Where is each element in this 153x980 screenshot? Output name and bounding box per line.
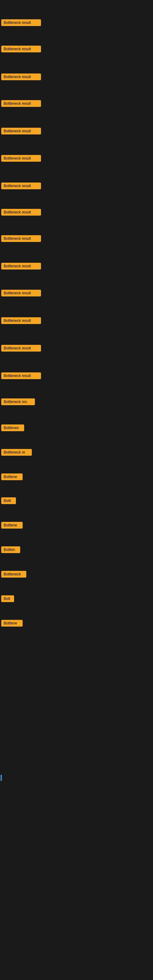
- list-item: Bottlen: [0, 544, 21, 556]
- bottleneck-badge[interactable]: Bottleneck result: [1, 46, 41, 52]
- list-item: Bottlenec: [0, 423, 26, 434]
- list-item: Bottleneck result: [0, 181, 42, 192]
- list-item: Bottlene: [0, 472, 24, 483]
- list-item: Bottleneck result: [0, 18, 42, 29]
- bottleneck-badge[interactable]: Bottl: [1, 497, 16, 504]
- bottleneck-badge[interactable]: Bottleneck result: [1, 317, 41, 324]
- list-item: Bottleneck result: [0, 343, 42, 355]
- list-item: Bottleneck result: [0, 153, 42, 165]
- list-item: Bottleneck result: [0, 261, 42, 272]
- bottleneck-badge[interactable]: Bottleneck result: [1, 100, 41, 107]
- list-item: Bott: [0, 593, 15, 605]
- bottleneck-badge[interactable]: Bottlene: [1, 620, 22, 627]
- list-item: Bottleneck res: [0, 396, 36, 408]
- bottleneck-badge[interactable]: Bott: [1, 595, 14, 602]
- bottleneck-badge[interactable]: Bottleneck result: [1, 290, 41, 296]
- bottleneck-badge[interactable]: Bottleneck result: [1, 209, 41, 216]
- blue-bar: [1, 775, 2, 781]
- bottleneck-badge[interactable]: Bottleneck result: [1, 345, 41, 352]
- list-item: Bottleneck result: [0, 371, 42, 382]
- bottleneck-badge[interactable]: Bottleneck result: [1, 372, 41, 379]
- list-item: Bottleneck result: [0, 207, 42, 219]
- bottleneck-badge[interactable]: Bottlene: [1, 474, 22, 480]
- bottleneck-badge[interactable]: Bottleneck res: [1, 398, 35, 405]
- list-item: Bottleneck: [0, 569, 27, 581]
- list-item: Bottlene: [0, 618, 24, 630]
- list-item: Bottleneck result: [0, 98, 42, 110]
- bottleneck-badge[interactable]: Bottleneck result: [1, 19, 41, 26]
- bottleneck-badge[interactable]: Bottleneck result: [1, 128, 41, 134]
- bottleneck-badge[interactable]: Bottleneck result: [1, 263, 41, 269]
- page-wrapper: Bottleneck resultBottleneck resultBottle…: [0, 0, 153, 980]
- bottleneck-badge[interactable]: Bottleneck result: [1, 73, 41, 80]
- bottleneck-badge[interactable]: Bottleneck result: [1, 183, 41, 189]
- bottleneck-badge[interactable]: Bottleneck result: [1, 155, 41, 162]
- bottleneck-badge[interactable]: Bottlen: [1, 546, 20, 553]
- bottleneck-badge[interactable]: Bottlenec: [1, 425, 24, 431]
- list-item: Bottleneck result: [0, 44, 42, 56]
- list-item: Bottleneck result: [0, 72, 42, 83]
- site-title: [0, 0, 153, 4]
- list-item: Bottleneck result: [0, 315, 42, 327]
- list-item: Bottleneck result: [0, 126, 42, 137]
- list-item: Bottl: [0, 495, 17, 507]
- list-item: Bottleneck result: [0, 233, 42, 245]
- bottleneck-badge[interactable]: Bottleneck re: [1, 449, 32, 456]
- bottleneck-badge[interactable]: Bottleneck: [1, 571, 26, 578]
- bottleneck-badge[interactable]: Bottleneck result: [1, 235, 41, 242]
- list-item: Bottleneck result: [0, 288, 42, 299]
- list-item: Bottleneck re: [0, 447, 33, 459]
- bottleneck-badge[interactable]: Bottlene: [1, 522, 22, 528]
- list-item: Bottlene: [0, 520, 24, 531]
